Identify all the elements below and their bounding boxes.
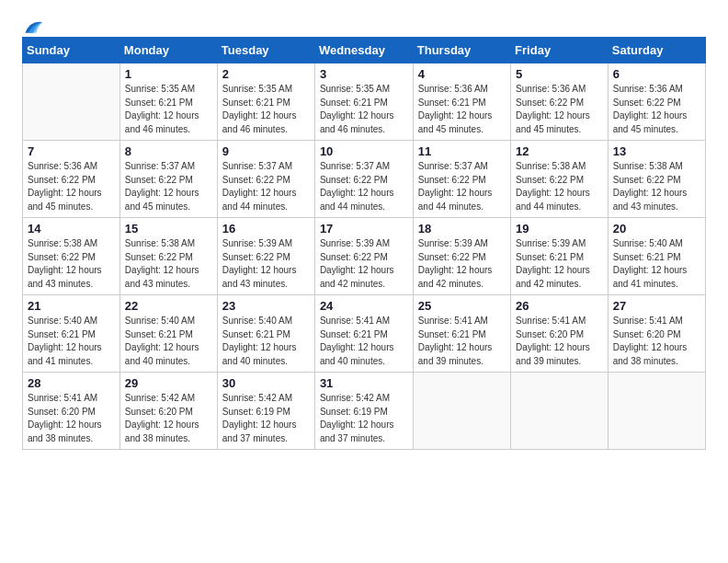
day-info-line: Sunset: 6:19 PM bbox=[222, 407, 290, 417]
calendar-cell: 22Sunrise: 5:40 AMSunset: 6:21 PMDayligh… bbox=[119, 295, 217, 373]
calendar-cell: 13Sunrise: 5:38 AMSunset: 6:22 PMDayligh… bbox=[608, 141, 705, 218]
calendar-week-row: 7Sunrise: 5:36 AMSunset: 6:22 PMDaylight… bbox=[23, 141, 706, 218]
day-info-line: Sunset: 6:20 PM bbox=[125, 407, 193, 417]
day-number: 6 bbox=[613, 67, 700, 81]
day-info-line: Daylight: 12 hours and 40 minutes. bbox=[125, 342, 199, 366]
calendar-cell bbox=[608, 373, 705, 450]
day-info-line: Sunrise: 5:38 AM bbox=[125, 238, 195, 248]
day-info: Sunrise: 5:36 AMSunset: 6:21 PMDaylight:… bbox=[418, 83, 506, 136]
calendar-cell: 21Sunrise: 5:40 AMSunset: 6:21 PMDayligh… bbox=[23, 295, 120, 373]
day-info-line: Daylight: 12 hours and 40 minutes. bbox=[320, 342, 394, 366]
day-info-line: Sunrise: 5:35 AM bbox=[320, 84, 390, 94]
day-number: 20 bbox=[613, 222, 700, 236]
day-info-line: Sunrise: 5:41 AM bbox=[320, 316, 390, 326]
calendar-cell: 5Sunrise: 5:36 AMSunset: 6:22 PMDaylight… bbox=[511, 63, 609, 141]
day-info-line: Sunset: 6:21 PM bbox=[320, 98, 388, 108]
day-info-line: Sunset: 6:22 PM bbox=[516, 98, 584, 108]
calendar-header-saturday: Saturday bbox=[608, 38, 705, 63]
day-info: Sunrise: 5:41 AMSunset: 6:21 PMDaylight:… bbox=[320, 315, 408, 368]
day-info-line: Sunrise: 5:41 AM bbox=[28, 393, 97, 403]
calendar-header-monday: Monday bbox=[119, 38, 217, 63]
day-number: 22 bbox=[125, 299, 212, 313]
calendar-cell: 30Sunrise: 5:42 AMSunset: 6:19 PMDayligh… bbox=[217, 373, 314, 450]
page-header bbox=[22, 18, 706, 29]
day-info-line: Sunset: 6:21 PM bbox=[222, 329, 290, 339]
day-info: Sunrise: 5:40 AMSunset: 6:21 PMDaylight:… bbox=[222, 315, 310, 368]
day-info-line: Sunset: 6:22 PM bbox=[125, 175, 193, 185]
calendar-header-sunday: Sunday bbox=[23, 38, 120, 63]
day-info: Sunrise: 5:37 AMSunset: 6:22 PMDaylight:… bbox=[125, 160, 212, 213]
calendar-cell: 12Sunrise: 5:38 AMSunset: 6:22 PMDayligh… bbox=[511, 141, 609, 218]
day-info-line: Sunrise: 5:40 AM bbox=[28, 316, 97, 326]
day-number: 11 bbox=[418, 144, 506, 158]
day-info-line: Sunset: 6:22 PM bbox=[418, 175, 486, 185]
day-info: Sunrise: 5:41 AMSunset: 6:20 PMDaylight:… bbox=[613, 315, 700, 368]
calendar-week-row: 21Sunrise: 5:40 AMSunset: 6:21 PMDayligh… bbox=[23, 295, 706, 373]
day-info: Sunrise: 5:39 AMSunset: 6:21 PMDaylight:… bbox=[516, 237, 603, 291]
calendar-cell: 31Sunrise: 5:42 AMSunset: 6:19 PMDayligh… bbox=[314, 373, 413, 450]
day-info-line: Sunset: 6:22 PM bbox=[418, 252, 486, 262]
day-info: Sunrise: 5:42 AMSunset: 6:19 PMDaylight:… bbox=[222, 392, 310, 445]
day-info-line: Sunrise: 5:42 AM bbox=[320, 393, 390, 403]
calendar-cell: 1Sunrise: 5:35 AMSunset: 6:21 PMDaylight… bbox=[119, 63, 217, 141]
day-info-line: Sunrise: 5:38 AM bbox=[28, 238, 97, 248]
calendar-header-tuesday: Tuesday bbox=[217, 38, 314, 63]
day-info-line: Daylight: 12 hours and 38 minutes. bbox=[613, 342, 688, 366]
day-info-line: Sunset: 6:22 PM bbox=[28, 175, 96, 185]
day-info: Sunrise: 5:37 AMSunset: 6:22 PMDaylight:… bbox=[418, 160, 506, 213]
day-info-line: Daylight: 12 hours and 41 minutes. bbox=[613, 265, 688, 289]
day-info-line: Sunset: 6:21 PM bbox=[320, 329, 388, 339]
day-info-line: Sunrise: 5:40 AM bbox=[613, 238, 683, 248]
calendar-cell: 11Sunrise: 5:37 AMSunset: 6:22 PMDayligh… bbox=[413, 141, 510, 218]
day-number: 9 bbox=[222, 144, 310, 158]
day-info: Sunrise: 5:39 AMSunset: 6:22 PMDaylight:… bbox=[320, 237, 408, 291]
day-info-line: Sunrise: 5:36 AM bbox=[613, 84, 683, 94]
day-info-line: Sunrise: 5:40 AM bbox=[125, 316, 195, 326]
day-info: Sunrise: 5:35 AMSunset: 6:21 PMDaylight:… bbox=[125, 83, 212, 136]
day-number: 5 bbox=[516, 67, 603, 81]
day-number: 19 bbox=[516, 222, 603, 236]
day-number: 15 bbox=[125, 222, 212, 236]
calendar-cell: 4Sunrise: 5:36 AMSunset: 6:21 PMDaylight… bbox=[413, 63, 510, 141]
day-info-line: Daylight: 12 hours and 44 minutes. bbox=[320, 188, 394, 212]
calendar-cell: 14Sunrise: 5:38 AMSunset: 6:22 PMDayligh… bbox=[23, 218, 120, 295]
day-info: Sunrise: 5:42 AMSunset: 6:19 PMDaylight:… bbox=[320, 392, 408, 445]
day-info-line: Daylight: 12 hours and 44 minutes. bbox=[418, 188, 493, 212]
day-info-line: Sunrise: 5:38 AM bbox=[516, 161, 586, 171]
day-info-line: Daylight: 12 hours and 45 minutes. bbox=[516, 110, 590, 134]
day-info: Sunrise: 5:41 AMSunset: 6:20 PMDaylight:… bbox=[28, 392, 115, 445]
calendar-cell: 7Sunrise: 5:36 AMSunset: 6:22 PMDaylight… bbox=[23, 141, 120, 218]
day-info-line: Sunset: 6:22 PM bbox=[28, 252, 96, 262]
day-number: 16 bbox=[222, 222, 310, 236]
day-info-line: Sunset: 6:21 PM bbox=[222, 98, 290, 108]
calendar-cell: 6Sunrise: 5:36 AMSunset: 6:22 PMDaylight… bbox=[608, 63, 705, 141]
day-number: 12 bbox=[516, 144, 603, 158]
day-info: Sunrise: 5:40 AMSunset: 6:21 PMDaylight:… bbox=[28, 315, 115, 368]
day-info-line: Sunrise: 5:37 AM bbox=[222, 161, 292, 171]
day-number: 13 bbox=[613, 144, 700, 158]
day-info-line: Daylight: 12 hours and 46 minutes. bbox=[222, 110, 297, 134]
day-info-line: Sunrise: 5:42 AM bbox=[125, 393, 195, 403]
day-info: Sunrise: 5:38 AMSunset: 6:22 PMDaylight:… bbox=[125, 237, 212, 291]
calendar-cell: 8Sunrise: 5:37 AMSunset: 6:22 PMDaylight… bbox=[119, 141, 217, 218]
calendar-table: SundayMondayTuesdayWednesdayThursdayFrid… bbox=[22, 37, 706, 450]
day-info: Sunrise: 5:35 AMSunset: 6:21 PMDaylight:… bbox=[222, 83, 310, 136]
day-info-line: Sunset: 6:20 PM bbox=[28, 407, 96, 417]
calendar-header-thursday: Thursday bbox=[413, 38, 510, 63]
day-info: Sunrise: 5:39 AMSunset: 6:22 PMDaylight:… bbox=[222, 237, 310, 291]
calendar-cell: 10Sunrise: 5:37 AMSunset: 6:22 PMDayligh… bbox=[314, 141, 413, 218]
day-info-line: Daylight: 12 hours and 45 minutes. bbox=[613, 110, 688, 134]
calendar-cell: 18Sunrise: 5:39 AMSunset: 6:22 PMDayligh… bbox=[413, 218, 510, 295]
day-info-line: Daylight: 12 hours and 38 minutes. bbox=[28, 419, 102, 443]
day-info-line: Sunset: 6:22 PM bbox=[222, 175, 290, 185]
day-info-line: Daylight: 12 hours and 42 minutes. bbox=[320, 265, 394, 289]
calendar-cell: 27Sunrise: 5:41 AMSunset: 6:20 PMDayligh… bbox=[608, 295, 705, 373]
day-info-line: Sunrise: 5:35 AM bbox=[125, 84, 195, 94]
day-info-line: Sunrise: 5:39 AM bbox=[516, 238, 586, 248]
day-info-line: Daylight: 12 hours and 45 minutes. bbox=[28, 188, 102, 212]
day-info-line: Daylight: 12 hours and 43 minutes. bbox=[613, 188, 688, 212]
calendar-cell: 23Sunrise: 5:40 AMSunset: 6:21 PMDayligh… bbox=[217, 295, 314, 373]
day-info-line: Daylight: 12 hours and 41 minutes. bbox=[28, 342, 102, 366]
day-number: 30 bbox=[222, 376, 310, 390]
day-info: Sunrise: 5:35 AMSunset: 6:21 PMDaylight:… bbox=[320, 83, 408, 136]
